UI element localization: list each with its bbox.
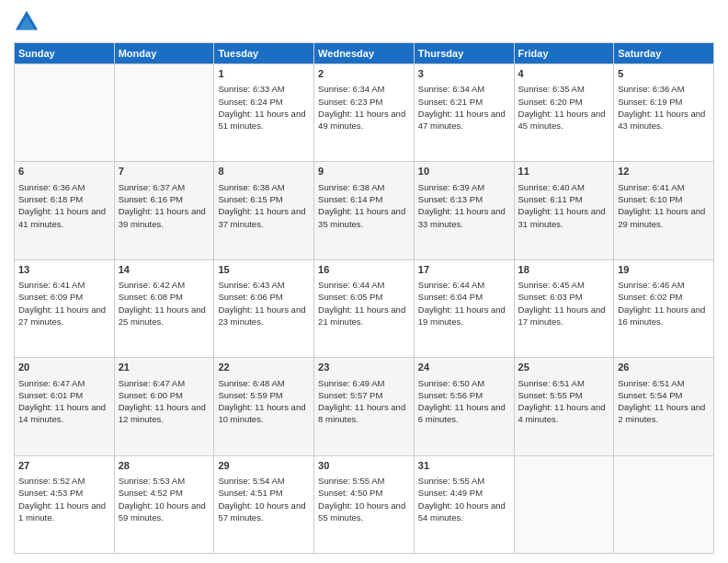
day-number: 1 xyxy=(218,67,310,81)
calendar-header-saturday: Saturday xyxy=(614,43,714,64)
sunrise-text: Sunrise: 6:36 AM xyxy=(18,182,85,192)
day-number: 29 xyxy=(218,459,310,473)
sunrise-text: Sunrise: 6:47 AM xyxy=(18,378,85,388)
calendar-header-tuesday: Tuesday xyxy=(214,43,314,64)
calendar-week-row: 20Sunrise: 6:47 AMSunset: 6:01 PMDayligh… xyxy=(15,358,714,455)
sunrise-text: Sunrise: 6:34 AM xyxy=(318,84,384,94)
sunrise-text: Sunrise: 6:48 AM xyxy=(218,378,284,388)
sunset-text: Sunset: 4:51 PM xyxy=(218,488,282,498)
calendar-cell: 28Sunrise: 5:53 AMSunset: 4:52 PMDayligh… xyxy=(114,455,214,553)
calendar-week-row: 27Sunrise: 5:52 AMSunset: 4:53 PMDayligh… xyxy=(15,455,714,553)
calendar-cell xyxy=(514,455,614,553)
day-number: 17 xyxy=(418,263,510,277)
day-number: 18 xyxy=(518,263,610,277)
daylight-text: Daylight: 11 hours and 4 minutes. xyxy=(518,402,606,424)
day-number: 2 xyxy=(318,67,410,81)
sunset-text: Sunset: 4:50 PM xyxy=(318,488,382,498)
sunset-text: Sunset: 6:00 PM xyxy=(119,390,183,400)
day-number: 12 xyxy=(618,165,710,178)
sunset-text: Sunset: 4:49 PM xyxy=(418,488,483,498)
day-number: 27 xyxy=(18,459,110,473)
daylight-text: Daylight: 11 hours and 25 minutes. xyxy=(119,304,206,327)
sunrise-text: Sunrise: 6:50 AM xyxy=(418,378,484,388)
daylight-text: Daylight: 10 hours and 54 minutes. xyxy=(418,500,506,523)
calendar-header-thursday: Thursday xyxy=(414,43,514,64)
sunrise-text: Sunrise: 6:36 AM xyxy=(618,84,684,94)
sunrise-text: Sunrise: 6:51 AM xyxy=(618,378,684,388)
calendar-cell: 6Sunrise: 6:36 AMSunset: 6:18 PMDaylight… xyxy=(15,162,115,259)
calendar-cell: 16Sunrise: 6:44 AMSunset: 6:05 PMDayligh… xyxy=(314,259,415,357)
day-number: 7 xyxy=(119,165,210,178)
day-number: 24 xyxy=(418,361,510,374)
calendar-cell: 10Sunrise: 6:39 AMSunset: 6:13 PMDayligh… xyxy=(414,162,514,259)
calendar-cell: 8Sunrise: 6:38 AMSunset: 6:15 PMDaylight… xyxy=(214,162,314,259)
sunset-text: Sunset: 6:05 PM xyxy=(318,292,382,302)
calendar-cell: 5Sunrise: 6:36 AMSunset: 6:19 PMDaylight… xyxy=(614,64,714,162)
sunset-text: Sunset: 5:59 PM xyxy=(218,390,282,400)
sunset-text: Sunset: 6:01 PM xyxy=(18,390,83,400)
day-number: 23 xyxy=(318,361,410,374)
sunset-text: Sunset: 6:06 PM xyxy=(218,292,282,302)
calendar-header-sunday: Sunday xyxy=(15,43,115,64)
daylight-text: Daylight: 11 hours and 35 minutes. xyxy=(318,206,405,228)
page: SundayMondayTuesdayWednesdayThursdayFrid… xyxy=(0,0,728,563)
daylight-text: Daylight: 11 hours and 23 minutes. xyxy=(218,304,305,327)
daylight-text: Daylight: 11 hours and 10 minutes. xyxy=(218,402,305,424)
daylight-text: Daylight: 10 hours and 55 minutes. xyxy=(318,500,405,523)
sunrise-text: Sunrise: 6:41 AM xyxy=(618,182,684,192)
daylight-text: Daylight: 11 hours and 12 minutes. xyxy=(119,402,206,424)
sunrise-text: Sunrise: 5:54 AM xyxy=(218,476,284,486)
sunrise-text: Sunrise: 6:37 AM xyxy=(119,182,185,192)
daylight-text: Daylight: 10 hours and 57 minutes. xyxy=(218,500,305,523)
calendar-cell: 15Sunrise: 6:43 AMSunset: 6:06 PMDayligh… xyxy=(214,259,314,357)
daylight-text: Daylight: 11 hours and 19 minutes. xyxy=(418,304,506,327)
calendar-cell: 18Sunrise: 6:45 AMSunset: 6:03 PMDayligh… xyxy=(514,259,614,357)
calendar-cell: 23Sunrise: 6:49 AMSunset: 5:57 PMDayligh… xyxy=(314,358,415,455)
sunset-text: Sunset: 6:11 PM xyxy=(518,194,583,204)
calendar-header-friday: Friday xyxy=(514,43,614,64)
sunrise-text: Sunrise: 6:41 AM xyxy=(18,280,85,290)
calendar-cell: 31Sunrise: 5:55 AMSunset: 4:49 PMDayligh… xyxy=(414,455,514,553)
daylight-text: Daylight: 11 hours and 27 minutes. xyxy=(18,304,106,327)
sunset-text: Sunset: 6:10 PM xyxy=(618,194,682,204)
day-number: 5 xyxy=(618,67,710,81)
calendar-cell: 22Sunrise: 6:48 AMSunset: 5:59 PMDayligh… xyxy=(214,358,314,455)
sunset-text: Sunset: 6:14 PM xyxy=(318,194,382,204)
day-number: 9 xyxy=(318,165,410,178)
sunrise-text: Sunrise: 6:45 AM xyxy=(518,280,585,290)
sunrise-text: Sunrise: 5:55 AM xyxy=(318,476,384,486)
daylight-text: Daylight: 11 hours and 6 minutes. xyxy=(418,402,506,424)
sunset-text: Sunset: 6:09 PM xyxy=(18,292,83,302)
day-number: 8 xyxy=(218,165,310,178)
sunset-text: Sunset: 5:56 PM xyxy=(418,390,483,400)
day-number: 10 xyxy=(418,165,510,178)
daylight-text: Daylight: 11 hours and 33 minutes. xyxy=(418,206,506,228)
daylight-text: Daylight: 11 hours and 21 minutes. xyxy=(318,304,405,327)
day-number: 13 xyxy=(18,263,110,277)
calendar: SundayMondayTuesdayWednesdayThursdayFrid… xyxy=(14,42,714,554)
sunset-text: Sunset: 6:04 PM xyxy=(418,292,483,302)
sunset-text: Sunset: 6:16 PM xyxy=(119,194,183,204)
daylight-text: Daylight: 11 hours and 51 minutes. xyxy=(218,109,305,131)
sunrise-text: Sunrise: 6:35 AM xyxy=(518,84,585,94)
calendar-cell xyxy=(15,64,115,162)
logo-icon xyxy=(14,9,40,35)
sunrise-text: Sunrise: 6:44 AM xyxy=(418,280,484,290)
calendar-cell: 20Sunrise: 6:47 AMSunset: 6:01 PMDayligh… xyxy=(15,358,115,455)
daylight-text: Daylight: 11 hours and 8 minutes. xyxy=(318,402,405,424)
sunset-text: Sunset: 6:02 PM xyxy=(618,292,682,302)
sunset-text: Sunset: 5:55 PM xyxy=(518,390,583,400)
calendar-cell xyxy=(614,455,714,553)
daylight-text: Daylight: 11 hours and 1 minute. xyxy=(18,500,106,523)
day-number: 31 xyxy=(418,459,510,473)
sunset-text: Sunset: 6:23 PM xyxy=(318,97,382,107)
sunset-text: Sunset: 6:03 PM xyxy=(518,292,583,302)
sunrise-text: Sunrise: 6:33 AM xyxy=(218,84,284,94)
calendar-cell: 12Sunrise: 6:41 AMSunset: 6:10 PMDayligh… xyxy=(614,162,714,259)
calendar-cell: 17Sunrise: 6:44 AMSunset: 6:04 PMDayligh… xyxy=(414,259,514,357)
calendar-cell: 21Sunrise: 6:47 AMSunset: 6:00 PMDayligh… xyxy=(114,358,214,455)
calendar-cell: 14Sunrise: 6:42 AMSunset: 6:08 PMDayligh… xyxy=(114,259,214,357)
calendar-cell: 30Sunrise: 5:55 AMSunset: 4:50 PMDayligh… xyxy=(314,455,415,553)
day-number: 21 xyxy=(119,361,210,374)
day-number: 22 xyxy=(218,361,310,374)
